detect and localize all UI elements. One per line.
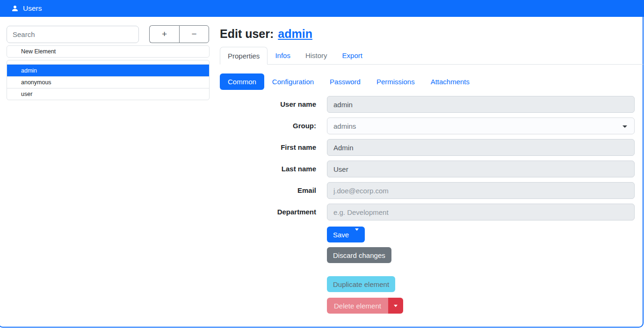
list-item-label: admin <box>21 67 37 74</box>
remove-element-button[interactable]: − <box>179 25 209 43</box>
group-label: Group: <box>220 117 316 134</box>
form-row-group: Group: admins <box>220 117 635 134</box>
username-label: User name <box>220 96 316 113</box>
search-input[interactable] <box>7 26 139 43</box>
form-row-email: Email <box>220 182 635 199</box>
delete-button-label: Delete element <box>334 302 381 310</box>
discard-changes-button[interactable]: Discard changes <box>327 247 391 263</box>
new-element-label: New Element <box>21 48 56 55</box>
add-element-button[interactable]: + <box>149 25 179 43</box>
page-title: Edit user:admin <box>220 27 312 41</box>
save-button-label: Save <box>333 231 349 239</box>
plus-icon: + <box>162 29 167 39</box>
pill-configuration[interactable]: Configuration <box>264 73 322 90</box>
discard-button-label: Discard changes <box>333 251 385 259</box>
form-actions: Save Discard changes Duplicate element D… <box>327 227 635 314</box>
tab-properties[interactable]: Properties <box>220 47 268 65</box>
pill-password[interactable]: Password <box>322 73 369 90</box>
list-action-button-group: + − <box>149 25 209 43</box>
list-item-user[interactable]: user <box>7 88 209 100</box>
user-form: User name Group: admins First name Last … <box>220 96 635 314</box>
list-item-label: user <box>21 91 32 97</box>
list-item-admin[interactable]: admin <box>7 65 209 76</box>
first-name-label: First name <box>220 139 316 156</box>
list-spacer-row <box>7 60 209 65</box>
department-label: Department <box>220 204 316 220</box>
user-icon <box>11 5 19 12</box>
last-name-field[interactable] <box>327 161 635 177</box>
list-item-label: anonymous <box>21 79 51 86</box>
form-row-department: Department <box>220 204 635 220</box>
tab-infos[interactable]: Infos <box>268 47 298 65</box>
save-button[interactable]: Save <box>327 227 365 242</box>
pill-permissions[interactable]: Permissions <box>369 73 423 90</box>
first-name-field[interactable] <box>327 139 635 156</box>
chevron-down-icon <box>622 125 627 128</box>
tab-bar: Properties Infos History Export <box>220 47 643 65</box>
delete-element-button-group: Delete element <box>327 298 403 314</box>
minus-icon: − <box>191 29 196 39</box>
list-item-new-element[interactable]: New Element <box>7 45 210 58</box>
page-title-prefix: Edit user: <box>220 27 274 40</box>
group-selected-value: admins <box>333 122 356 130</box>
chevron-down-icon <box>394 305 398 307</box>
delete-element-button[interactable]: Delete element <box>327 298 388 314</box>
duplicate-element-button[interactable]: Duplicate element <box>327 276 395 292</box>
username-field[interactable] <box>327 96 635 113</box>
tab-export[interactable]: Export <box>335 47 370 65</box>
user-list: admin anonymous user <box>7 60 210 100</box>
app-title: Users <box>23 4 42 13</box>
form-row-last-name: Last name <box>220 161 635 177</box>
list-item-anonymous[interactable]: anonymous <box>7 76 209 88</box>
form-row-first-name: First name <box>220 139 635 156</box>
pill-common[interactable]: Common <box>220 73 264 90</box>
edited-user-link[interactable]: admin <box>278 27 312 40</box>
last-name-label: Last name <box>220 161 316 177</box>
duplicate-button-label: Duplicate element <box>333 280 389 288</box>
group-select[interactable]: admins <box>327 117 635 134</box>
department-field[interactable] <box>327 204 635 220</box>
tab-history: History <box>298 47 335 65</box>
email-field[interactable] <box>327 182 635 199</box>
delete-dropdown-toggle[interactable] <box>388 298 403 314</box>
top-navbar: Users <box>0 0 644 17</box>
pill-bar: Common Configuration Password Permission… <box>220 73 478 90</box>
email-label: Email <box>220 182 316 199</box>
pill-attachments[interactable]: Attachments <box>423 73 478 90</box>
chevron-down-icon <box>355 228 359 239</box>
form-row-username: User name <box>220 96 635 113</box>
